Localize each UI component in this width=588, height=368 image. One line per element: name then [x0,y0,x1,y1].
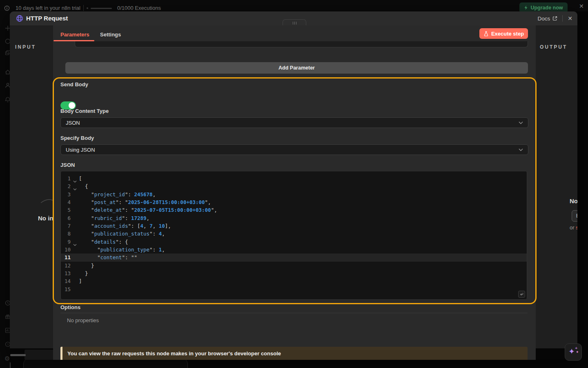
code-text: "project_id": 245678, [79,191,156,198]
add-node-icon[interactable] [4,25,10,32]
fold-gutter [71,206,79,214]
code-text: [ [79,175,82,182]
tab-settings[interactable]: Settings [100,31,121,38]
fold-chevron-icon[interactable] [71,182,79,190]
code-text: "post_at": "2025-06-28T15:00:00+03:00", [79,198,211,206]
line-number: 13 [61,269,71,277]
code-line-15[interactable]: 15 [61,285,527,293]
help-icon[interactable]: ? [4,341,10,348]
line-number: 6 [61,214,71,222]
circle-node-icon[interactable] [4,38,10,45]
code-line-1[interactable]: 1[ [61,175,527,182]
svg-text:?: ? [7,343,9,346]
code-line-4[interactable]: 4 "post_at": "2025-06-28T15:00:00+03:00"… [61,198,527,206]
code-line-5[interactable]: 5 "delete_at": "2025-07-05T15:00:00+03:0… [61,206,527,214]
code-text: "content": "" [79,254,137,261]
line-number: 12 [61,262,71,269]
modal-title: HTTP Request [26,15,68,22]
line-number: 4 [61,198,71,206]
topbar: 10 days left in your n8n trial 0/1000 Ex… [0,0,588,11]
docs-link[interactable]: Docs [538,16,558,22]
fold-gutter [71,222,79,230]
fold-gutter [71,254,79,261]
fold-gutter [71,214,79,222]
ai-assistant-button[interactable]: ✦ + ✦ [565,343,582,361]
code-text: "details": { [79,238,128,246]
executions-count: 0/1000 Executions [117,5,161,11]
line-number: 15 [61,285,71,293]
tab-parameters[interactable]: Parameters [60,31,89,38]
code-line-2[interactable]: 2 { [61,182,527,190]
gift-icon[interactable] [4,313,10,321]
body-content-type-label: Body Content Type [60,108,109,114]
json-field-label: JSON [60,162,75,168]
output-empty-message: No output data yet [570,197,577,204]
executions-meter [91,8,112,9]
mock-data-hint: or set mock data [570,224,577,231]
set-mock-data-link[interactable]: set mock data [576,224,577,231]
output-panel-label: OUTPUT [540,44,567,50]
options-divider [60,313,528,313]
home-icon[interactable] [4,69,10,76]
code-line-7[interactable]: 7 "account_ids": [4, 7, 10], [61,222,527,230]
parameter-value-field[interactable] [75,41,528,47]
code-line-3[interactable]: 3 "project_id": 245678, [61,191,527,198]
dev-console-notice: You can view the raw requests this node … [60,347,528,360]
trial-countdown: 10 days left in your n8n trial [16,5,80,11]
line-number: 11 [61,254,71,261]
fold-gutter [71,269,79,277]
connector-curve [40,197,53,205]
line-number: 14 [61,277,71,285]
parameters-panel: Parameters Settings Execute step Add Par… [53,25,536,360]
editor-resize-grip[interactable] [518,291,525,298]
header-divider [562,15,563,22]
code-line-10[interactable]: 10 "publication_type": 1, [61,246,527,254]
settings-gear-icon[interactable]: ⚙ [4,355,10,362]
code-text: ] [79,277,82,285]
specify-body-select[interactable]: Using JSON [60,144,528,155]
user-icon[interactable] [4,82,10,90]
code-text: "account_ids": [4, 7, 10], [79,222,171,230]
send-body-label: Send Body [60,81,88,88]
left-rail: ? ⚙ [0,11,10,368]
code-text: "delete_at": "2025-07-05T15:00:00+03:00"… [79,206,217,214]
fold-gutter [71,191,79,198]
modal-close-icon[interactable]: ✕ [568,15,572,22]
input-panel-label: INPUT [15,44,36,50]
code-line-12[interactable]: 12 } [61,262,527,269]
bolt-icon [524,5,528,10]
code-line-14[interactable]: 14] [61,277,527,285]
add-parameter-button[interactable]: Add Parameter [65,62,528,74]
execute-step-button[interactable]: Execute step [479,28,528,39]
input-empty-message: No input data yet [38,215,53,222]
code-text: } [79,262,94,269]
code-line-6[interactable]: 6 "rubric_id": 17289, [61,214,527,222]
fold-chevron-icon[interactable] [71,175,79,182]
no-properties-text: No properties [67,317,99,323]
line-number: 10 [61,246,71,254]
sparkles-icon: ✦ [568,347,575,356]
history-icon[interactable] [4,300,10,307]
code-text: "rubric_id": 17289, [79,214,149,222]
fold-gutter [71,262,79,269]
code-line-8[interactable]: 8 "publication_status": 4, [61,230,527,238]
line-number: 8 [61,230,71,238]
code-line-9[interactable]: 9 "details": { [61,238,527,246]
code-line-13[interactable]: 13 } [61,269,527,277]
fold-gutter [71,198,79,206]
output-execute-button[interactable]: Execute step [572,210,577,222]
specify-body-label: Specify Body [60,135,94,141]
copy-icon[interactable] [4,49,10,57]
templates-icon[interactable] [4,327,10,334]
bell-icon[interactable] [4,96,10,104]
input-panel: INPUT No input data yet [10,25,53,348]
code-line-11[interactable]: 11 "content": "" [61,254,527,261]
fold-chevron-icon[interactable] [71,238,79,246]
line-number: 2 [61,182,71,190]
line-number: 3 [61,191,71,198]
body-content-type-select[interactable]: JSON [60,117,528,128]
json-code-editor[interactable]: 1[2 {3 "project_id": 245678,4 "post_at":… [60,171,527,300]
page-close-icon[interactable]: ✕ [579,3,584,9]
executions-dot [87,7,88,9]
chevron-down-icon [519,148,523,151]
